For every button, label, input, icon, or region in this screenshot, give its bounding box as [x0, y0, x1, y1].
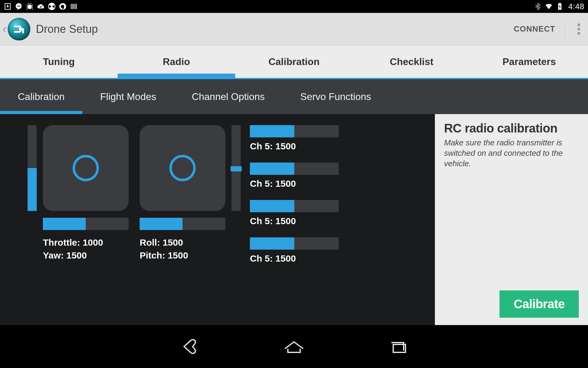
svg-rect-13: [559, 3, 560, 3]
stick-indicator-icon: [169, 155, 196, 181]
page-title: Drone Setup: [36, 23, 98, 36]
subtab-calibration[interactable]: Calibration: [0, 79, 82, 114]
subtab-flight-modes[interactable]: Flight Modes: [82, 79, 174, 114]
throttle-vertical-fill: [28, 168, 37, 211]
subtab-label: Servo Functions: [300, 91, 371, 102]
nav-back-icon[interactable]: [178, 339, 202, 354]
svg-rect-7: [71, 4, 71, 9]
action-bar: ‹ Drone Setup CONNECT: [0, 13, 588, 45]
battery-charging-icon: [556, 2, 564, 10]
tab-label: Tuning: [43, 56, 75, 67]
tab-checklist[interactable]: Checklist: [353, 45, 470, 78]
wifi-icon: [545, 2, 553, 10]
channel-label: Ch 5: 1500: [250, 216, 339, 226]
throttle-label: Throttle: 1000: [43, 236, 129, 249]
radiation-icon: [48, 2, 56, 10]
tab-calibration[interactable]: Calibration: [235, 45, 353, 78]
yaw-horizontal-fill: [43, 218, 86, 230]
back-icon[interactable]: ‹: [2, 22, 6, 36]
status-left-icons: [4, 2, 78, 10]
yaw-horizontal-bar: [43, 218, 129, 230]
channel-list: Ch 5: 1500 Ch 5: 1500 Ch 5: 1500 Ch 5: 1…: [250, 125, 339, 264]
svg-rect-1: [17, 6, 21, 6]
tab-label: Checklist: [390, 56, 433, 67]
roll-horizontal-fill: [140, 218, 183, 230]
android-nav-bar: [0, 325, 588, 368]
android-debug-icon: [26, 2, 34, 10]
side-pane-description: Make sure the radio transmitter is switc…: [444, 138, 579, 169]
barcode-icon: [70, 2, 78, 10]
bluetooth-icon: [534, 2, 542, 10]
subtab-label: Channel Options: [192, 91, 265, 102]
roll-label: Roll: 1500: [140, 236, 225, 249]
pitch-vertical-bar: [232, 125, 241, 211]
right-stick-block: Roll: 1500 Pitch: 1500 Ch 5: 1500 Ch: [140, 125, 339, 264]
right-stick-readout: Roll: 1500 Pitch: 1500: [140, 236, 225, 262]
channel-row: Ch 5: 1500: [250, 237, 339, 264]
tab-label: Parameters: [503, 56, 556, 67]
channel-row: Ch 5: 1500: [250, 125, 339, 151]
throttle-vertical-bar: [28, 125, 37, 211]
tab-radio[interactable]: Radio: [118, 45, 235, 78]
tab-tuning[interactable]: Tuning: [0, 45, 118, 78]
status-time: 4:48: [568, 2, 584, 11]
tab-parameters[interactable]: Parameters: [470, 45, 588, 78]
pitch-vertical-marker: [231, 166, 242, 171]
svg-rect-6: [63, 6, 64, 7]
channel-bar: [250, 125, 339, 137]
content-area: Throttle: 1000 Yaw: 1500 Roll: 1500: [0, 114, 588, 325]
channel-bar: [250, 237, 339, 250]
calibrate-button[interactable]: Calibrate: [499, 290, 579, 318]
android-status-bar: 4:48: [0, 0, 588, 13]
svg-rect-9: [74, 4, 74, 9]
left-stick-readout: Throttle: 1000 Yaw: 1500: [43, 236, 129, 262]
primary-tab-bar: Tuning Radio Calibration Checklist Param…: [0, 45, 588, 79]
nav-recents-icon[interactable]: [386, 339, 410, 354]
download-icon: [4, 2, 12, 10]
tab-label: Calibration: [268, 56, 319, 67]
roll-horizontal-bar: [140, 218, 225, 230]
channel-bar: [250, 163, 339, 175]
channel-label: Ch 5: 1500: [250, 178, 339, 189]
secondary-tab-bar: Calibration Flight Modes Channel Options…: [0, 79, 588, 114]
svg-rect-8: [72, 4, 73, 9]
channel-label: Ch 5: 1500: [250, 253, 339, 264]
calibration-pane: Throttle: 1000 Yaw: 1500 Roll: 1500: [0, 114, 435, 325]
chat-bubble-icon: [15, 2, 23, 10]
svg-point-2: [28, 5, 32, 9]
nav-home-icon[interactable]: [282, 339, 306, 354]
subtab-channel-options[interactable]: Channel Options: [174, 79, 282, 114]
divider: [565, 21, 565, 37]
app-logo-icon[interactable]: [8, 18, 30, 40]
hangouts-icon: [59, 2, 67, 10]
channel-bar: [250, 200, 339, 212]
yaw-label: Yaw: 1500: [43, 249, 129, 262]
channel-label: Ch 5: 1500: [250, 141, 339, 151]
cloud-check-icon: [37, 2, 45, 10]
channel-fill: [250, 163, 294, 175]
connect-button[interactable]: CONNECT: [514, 24, 555, 34]
svg-rect-5: [62, 6, 62, 7]
pitch-label: Pitch: 1500: [140, 249, 225, 262]
stick-indicator-icon: [73, 155, 99, 181]
subtab-label: Calibration: [18, 91, 65, 102]
svg-rect-10: [75, 4, 75, 9]
left-stick-pad[interactable]: [43, 125, 129, 211]
left-stick-block: Throttle: 1000 Yaw: 1500: [28, 125, 129, 262]
svg-rect-11: [76, 4, 77, 9]
channel-row: Ch 5: 1500: [250, 200, 339, 226]
channel-row: Ch 5: 1500: [250, 163, 339, 189]
channel-fill: [250, 237, 294, 250]
channel-fill: [250, 125, 294, 137]
info-side-pane: RC radio calibration Make sure the radio…: [435, 114, 588, 325]
tab-label: Radio: [163, 56, 190, 67]
overflow-menu-icon[interactable]: [575, 24, 582, 35]
subtab-label: Flight Modes: [100, 91, 156, 102]
right-stick-pad[interactable]: [140, 125, 225, 211]
svg-point-4: [51, 6, 52, 7]
status-right-icons: 4:48: [534, 2, 584, 11]
side-pane-title: RC radio calibration: [444, 121, 579, 135]
channel-fill: [250, 200, 294, 212]
subtab-servo-functions[interactable]: Servo Functions: [283, 79, 389, 114]
